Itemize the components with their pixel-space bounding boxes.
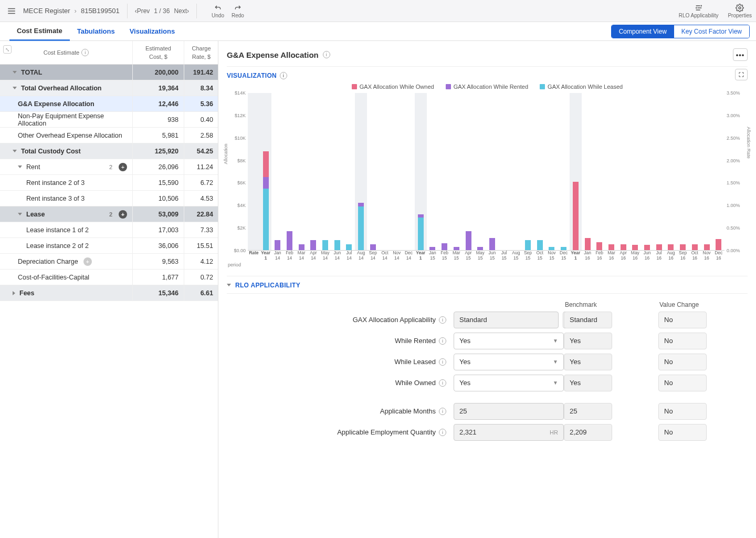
info-icon[interactable]: i bbox=[439, 429, 446, 436]
chart-bar[interactable] bbox=[570, 93, 582, 250]
form-row: GAX Allocation ApplicabilityiStandardSta… bbox=[228, 312, 747, 328]
grid-row-cofc[interactable]: Cost-of-Facilities-Capital1,6770.72 bbox=[0, 270, 218, 285]
grid-row-rent[interactable]: Rent2+26,09611.24 bbox=[0, 159, 218, 175]
detail-panel: G&A Expense Allocation i ••• VISUALIZATI… bbox=[218, 41, 756, 538]
chart-bar[interactable] bbox=[617, 93, 629, 250]
chart-bar[interactable] bbox=[629, 93, 642, 250]
field-value: 25 bbox=[459, 407, 467, 415]
chart-bar[interactable] bbox=[308, 93, 320, 250]
redo-button[interactable]: Redo bbox=[232, 4, 244, 18]
component-view-button[interactable]: Component View bbox=[612, 25, 674, 38]
select-field[interactable]: Yes▼ bbox=[454, 354, 564, 370]
grid-row-ga[interactable]: G&A Expense Allocation12,4465.36 bbox=[0, 96, 218, 112]
grid-row-lease[interactable]: Lease2+53,00922.84 bbox=[0, 206, 218, 222]
breadcrumb-root[interactable]: MECE Register bbox=[23, 7, 70, 15]
chart-bar[interactable] bbox=[343, 93, 355, 250]
grid-row-ovh[interactable]: Total Overhead Allocation19,3648.34 bbox=[0, 80, 218, 96]
chart-bar[interactable] bbox=[558, 93, 570, 250]
tab-tabulations[interactable]: Tabulations bbox=[70, 22, 122, 41]
prev-button[interactable]: ‹Prev bbox=[135, 7, 150, 15]
chart-bar[interactable] bbox=[355, 93, 367, 250]
info-icon[interactable]: i bbox=[439, 408, 446, 415]
chart-bar[interactable] bbox=[546, 93, 558, 250]
more-actions-button[interactable]: ••• bbox=[733, 48, 748, 61]
chart-bar[interactable] bbox=[582, 93, 594, 250]
grid-row-l2[interactable]: Lease instance 2 of 236,00615.51 bbox=[0, 238, 218, 254]
chart-bar[interactable] bbox=[248, 93, 260, 250]
chart-bar[interactable] bbox=[379, 93, 391, 250]
chart-bar[interactable] bbox=[284, 93, 296, 250]
charge-rate: 0.40 bbox=[184, 112, 218, 127]
properties-button[interactable]: Properties bbox=[728, 4, 752, 18]
chart-bar[interactable] bbox=[605, 93, 617, 250]
chart-bar[interactable] bbox=[415, 93, 427, 250]
chart-bar[interactable] bbox=[522, 93, 534, 250]
chart-bar[interactable] bbox=[296, 93, 308, 250]
readonly-field: 25 bbox=[454, 403, 564, 420]
chart-bar[interactable] bbox=[331, 93, 343, 250]
info-icon[interactable]: i bbox=[439, 379, 446, 387]
chart-bar[interactable] bbox=[403, 93, 415, 250]
chart-bar[interactable] bbox=[701, 93, 713, 250]
chart-bar[interactable] bbox=[653, 93, 665, 250]
grid-row-total[interactable]: TOTAL200,000191.42 bbox=[0, 65, 218, 80]
chart-bar[interactable] bbox=[510, 93, 522, 250]
chart-bar[interactable] bbox=[367, 93, 379, 250]
menu-button[interactable] bbox=[4, 4, 19, 18]
next-button[interactable]: Next› bbox=[174, 7, 189, 15]
form-row: Applicable Monthsi2525No bbox=[228, 403, 747, 420]
chart-bar[interactable] bbox=[534, 93, 546, 250]
chart-bar[interactable] bbox=[498, 93, 510, 250]
select-field[interactable]: Yes▼ bbox=[454, 333, 564, 349]
info-icon[interactable]: i bbox=[280, 72, 287, 79]
grid-row-oo[interactable]: Other Overhead Expense Allocation5,9812.… bbox=[0, 128, 218, 143]
chart-bar[interactable] bbox=[486, 93, 498, 250]
grid-row-dep[interactable]: Depreciation Charge+9,5634.12 bbox=[0, 254, 218, 270]
form-row: Applicable Employment Quantityi2,321HR2,… bbox=[228, 424, 747, 441]
grid-row-np[interactable]: Non-Pay Equipment Expense Allocation9380… bbox=[0, 112, 218, 128]
chart-bar[interactable] bbox=[677, 93, 689, 250]
chart-bar[interactable] bbox=[593, 93, 605, 250]
expand-grid-icon[interactable]: ⤡ bbox=[3, 45, 12, 54]
info-icon[interactable]: i bbox=[439, 316, 446, 324]
breadcrumb-leaf[interactable]: 815B199501 bbox=[81, 7, 120, 15]
chart-bar[interactable] bbox=[391, 93, 403, 250]
chart-bar[interactable] bbox=[665, 93, 677, 250]
chart-bar[interactable] bbox=[463, 93, 475, 250]
info-icon[interactable]: i bbox=[439, 358, 446, 366]
add-instance-icon[interactable]: + bbox=[119, 163, 127, 171]
chart-bar[interactable] bbox=[712, 93, 724, 250]
rlo-section-toggle[interactable]: RLO APPLICABILITY bbox=[227, 282, 748, 289]
grid-row-l1[interactable]: Lease instance 1 of 217,0037.33 bbox=[0, 222, 218, 238]
chart-bar[interactable] bbox=[450, 93, 463, 250]
view-switch: Component View Key Cost Factor View bbox=[611, 25, 750, 38]
fullscreen-icon[interactable] bbox=[735, 69, 748, 80]
tab-cost-estimate[interactable]: Cost Estimate bbox=[9, 22, 70, 41]
info-icon[interactable]: i bbox=[439, 337, 446, 345]
rlo-applicability-button[interactable]: RLO Applicability bbox=[679, 4, 719, 18]
info-icon[interactable]: i bbox=[323, 51, 330, 58]
tab-visualizations[interactable]: Visualizations bbox=[122, 22, 182, 41]
chart-bar[interactable] bbox=[427, 93, 439, 250]
grid-row-r3[interactable]: Rent instance 3 of 310,5064.53 bbox=[0, 191, 218, 206]
chart-bar[interactable] bbox=[260, 93, 272, 250]
add-instance-icon[interactable]: + bbox=[83, 257, 92, 266]
row-label: Fees bbox=[19, 289, 35, 297]
value-change: No bbox=[658, 312, 707, 328]
grid-row-r2[interactable]: Rent instance 2 of 315,5906.72 bbox=[0, 175, 218, 191]
grid-row-fees[interactable]: Fees15,3466.61 bbox=[0, 285, 218, 301]
key-cost-factor-view-button[interactable]: Key Cost Factor View bbox=[674, 25, 749, 38]
undo-button[interactable]: Undo bbox=[212, 4, 224, 18]
grid-row-tcc[interactable]: Total Custody Cost125,92054.25 bbox=[0, 143, 218, 159]
chart-bar[interactable] bbox=[689, 93, 701, 250]
chart-bar[interactable] bbox=[474, 93, 486, 250]
estimated-cost: 9,563 bbox=[132, 254, 184, 269]
chart-bar[interactable] bbox=[319, 93, 331, 250]
select-field[interactable]: Yes▼ bbox=[454, 375, 564, 391]
chart-bar[interactable] bbox=[271, 93, 284, 250]
legend-swatch-rented bbox=[446, 84, 451, 89]
info-icon[interactable]: i bbox=[81, 49, 89, 56]
chart-bar[interactable] bbox=[438, 93, 450, 250]
add-instance-icon[interactable]: + bbox=[119, 210, 127, 219]
chart-bar[interactable] bbox=[641, 93, 653, 250]
